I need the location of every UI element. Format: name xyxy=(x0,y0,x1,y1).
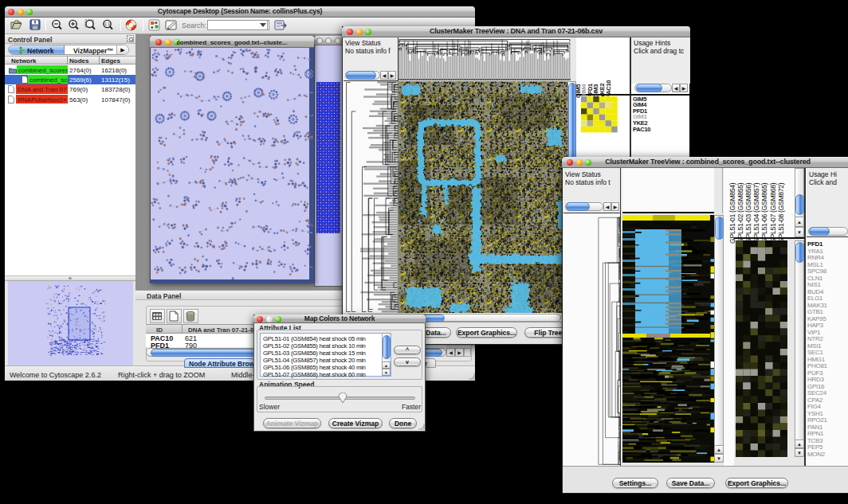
svg-text:1:1: 1:1 xyxy=(104,21,110,26)
